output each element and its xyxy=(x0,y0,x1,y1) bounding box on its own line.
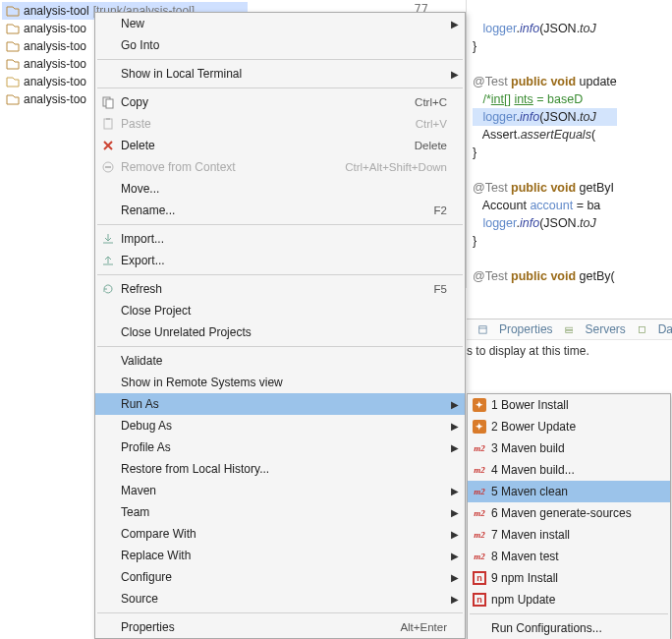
menu-item-source[interactable]: Source▶ xyxy=(95,588,465,610)
menu-item-label: Delete xyxy=(121,139,415,152)
menu-item-delete[interactable]: DeleteDelete xyxy=(95,135,465,156)
blank-icon xyxy=(468,621,491,635)
menu-item-shortcut: Alt+Enter xyxy=(400,621,465,633)
submenu-arrow-icon: ▶ xyxy=(451,594,459,605)
svg-rect-6 xyxy=(104,119,112,129)
m2-icon: m2 xyxy=(468,485,491,498)
submenu-item-maven-clean[interactable]: m25 Maven clean xyxy=(468,481,670,502)
menu-item-properties[interactable]: PropertiesAlt+Enter xyxy=(95,616,465,638)
import-icon xyxy=(95,232,121,246)
submenu-arrow-icon: ▶ xyxy=(451,19,459,29)
menu-item-export[interactable]: Export... xyxy=(95,250,465,271)
menu-item-label: Remove from Context xyxy=(121,160,345,174)
submenu-item-label: 8 Maven test xyxy=(491,550,670,563)
svg-rect-1 xyxy=(565,327,572,329)
tab-servers[interactable]: Servers xyxy=(585,322,625,336)
submenu-item-maven-generate-sources[interactable]: m26 Maven generate-sources xyxy=(468,502,670,524)
menu-item-label: Restore from Local History... xyxy=(121,462,465,476)
tab-icon xyxy=(478,323,487,335)
menu-item-refresh[interactable]: RefreshF5 xyxy=(95,278,465,300)
tree-item-label: analysis-too xyxy=(24,22,86,35)
menu-item-close-unrelated-projects[interactable]: Close Unrelated Projects xyxy=(95,321,465,343)
menu-item-label: Close Project xyxy=(121,304,465,318)
bower-icon: ✦ xyxy=(468,398,491,412)
menu-item-copy[interactable]: CopyCtrl+C xyxy=(95,91,465,113)
project-icon xyxy=(6,4,20,18)
menu-item-validate[interactable]: Validate xyxy=(95,350,465,372)
menu-item-close-project[interactable]: Close Project xyxy=(95,300,465,321)
menu-item-maven[interactable]: Maven▶ xyxy=(95,480,465,501)
menu-item-label: Copy xyxy=(121,95,415,109)
submenu-arrow-icon: ▶ xyxy=(451,399,459,410)
submenu-item-label: 4 Maven build... xyxy=(491,463,670,477)
submenu-arrow-icon: ▶ xyxy=(451,572,459,583)
menu-item-profile-as[interactable]: Profile As▶ xyxy=(95,436,465,458)
menu-item-import[interactable]: Import... xyxy=(95,228,465,250)
menu-separator xyxy=(97,59,463,60)
menu-item-label: Compare With xyxy=(121,527,465,541)
menu-item-label: Move... xyxy=(121,182,465,196)
project-icon xyxy=(6,39,20,53)
npm-icon: n xyxy=(468,593,491,607)
tree-item-label: analysis-too xyxy=(24,57,86,71)
menu-item-restore-from-local-history[interactable]: Restore from Local History... xyxy=(95,458,465,480)
tree-item-label: analysis-too xyxy=(24,39,86,53)
menu-item-configure[interactable]: Configure▶ xyxy=(95,566,465,588)
submenu-item-label: 3 Maven build xyxy=(491,441,670,455)
menu-item-label: Validate xyxy=(121,354,465,368)
menu-item-shortcut: Ctrl+V xyxy=(416,118,465,130)
submenu-item-npm-install[interactable]: n9 npm Install xyxy=(468,567,670,589)
m2-icon: m2 xyxy=(468,550,491,563)
submenu-item-npm-update[interactable]: nnpm Update xyxy=(468,589,670,610)
menu-item-label: Show in Local Terminal xyxy=(121,67,465,81)
menu-item-move[interactable]: Move... xyxy=(95,178,465,200)
menu-item-compare-with[interactable]: Compare With▶ xyxy=(95,523,465,545)
menu-item-rename[interactable]: Rename...F2 xyxy=(95,200,465,221)
project-icon xyxy=(6,92,20,106)
submenu-item-label: 6 Maven generate-sources xyxy=(491,506,670,520)
submenu-item-maven-build[interactable]: m24 Maven build... xyxy=(468,459,670,481)
tab-properties[interactable]: Properties xyxy=(499,322,553,336)
menu-item-label: Profile As xyxy=(121,440,465,454)
menu-item-shortcut: Delete xyxy=(415,140,465,151)
menu-item-new[interactable]: New▶ xyxy=(95,13,465,34)
menu-item-label: Run As xyxy=(121,397,465,411)
export-icon xyxy=(95,254,121,267)
menu-item-label: New xyxy=(121,17,465,30)
menu-item-label: Properties xyxy=(121,620,400,634)
code-editor[interactable]: logger.info(JSON.toJ } @Test public void… xyxy=(466,0,672,288)
submenu-item-run-configurations[interactable]: Run Configurations... xyxy=(468,617,670,639)
menu-item-label: Team xyxy=(121,505,465,519)
submenu-item-maven-install[interactable]: m27 Maven install xyxy=(468,524,670,546)
menu-item-show-in-local-terminal[interactable]: Show in Local Terminal▶ xyxy=(95,63,465,85)
menu-item-run-as[interactable]: Run As▶ xyxy=(95,393,465,415)
submenu-item-maven-test[interactable]: m28 Maven test xyxy=(468,546,670,567)
menu-item-shortcut: Ctrl+C xyxy=(415,96,465,108)
menu-item-label: Paste xyxy=(121,117,416,131)
bottom-tabbar: Properties Servers Da xyxy=(467,319,672,340)
menu-item-label: Show in Remote Systems view xyxy=(121,376,465,389)
submenu-arrow-icon: ▶ xyxy=(451,486,459,496)
submenu-item-label: npm Update xyxy=(491,593,670,607)
tab-data[interactable]: Da xyxy=(658,322,672,336)
tab-icon xyxy=(638,323,646,335)
menu-separator xyxy=(470,613,668,614)
menu-item-debug-as[interactable]: Debug As▶ xyxy=(95,415,465,436)
svg-rect-7 xyxy=(106,118,110,120)
menu-item-label: Maven xyxy=(121,484,465,497)
submenu-item-label: 2 Bower Update xyxy=(491,420,670,434)
submenu-item-label: 9 npm Install xyxy=(491,571,670,585)
submenu-item-bower-update[interactable]: ✦2 Bower Update xyxy=(468,416,670,437)
menu-item-replace-with[interactable]: Replace With▶ xyxy=(95,545,465,566)
submenu-item-label: 7 Maven install xyxy=(491,528,670,542)
submenu-arrow-icon: ▶ xyxy=(451,69,459,80)
menu-item-label: Configure xyxy=(121,570,465,584)
menu-item-shortcut: Ctrl+Alt+Shift+Down xyxy=(345,161,465,173)
copy-icon xyxy=(95,95,121,109)
submenu-item-bower-install[interactable]: ✦1 Bower Install xyxy=(468,394,670,416)
menu-item-go-into[interactable]: Go Into xyxy=(95,34,465,56)
menu-item-label: Refresh xyxy=(121,282,434,296)
menu-item-show-in-remote-systems-view[interactable]: Show in Remote Systems view xyxy=(95,372,465,393)
menu-item-team[interactable]: Team▶ xyxy=(95,501,465,523)
submenu-item-maven-build[interactable]: m23 Maven build xyxy=(468,437,670,459)
